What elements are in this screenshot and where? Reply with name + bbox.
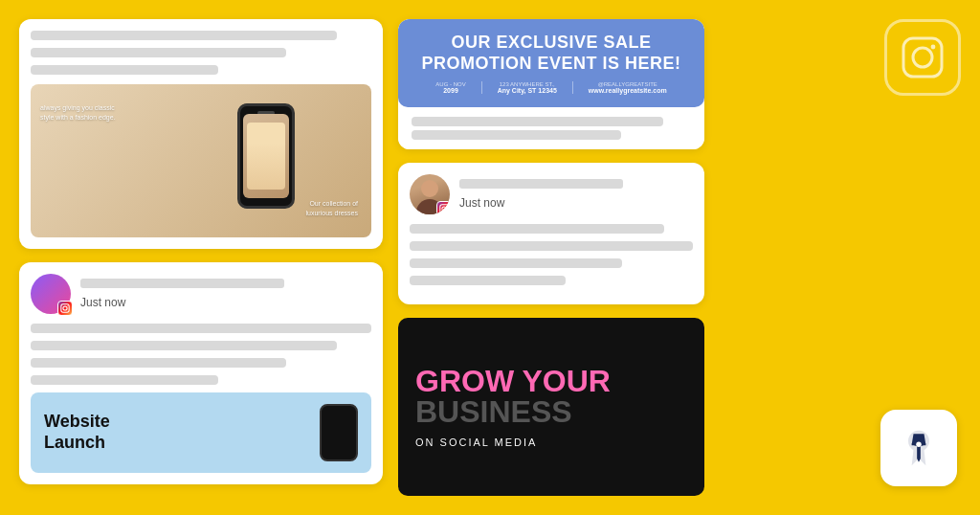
post-time-left: Just now	[80, 296, 125, 309]
sale-details: AUG - NOV 2099 123 Anywhere St., Any Cit…	[413, 81, 689, 94]
grow-card: GROW YOUR BUSINESS ON SOCIAL MEDIA	[398, 318, 704, 496]
avatar-left	[31, 274, 71, 314]
main-container: always giving you classic style with a f…	[0, 0, 980, 515]
social-post-card-left: Just now Website Launch	[19, 262, 383, 484]
person-head	[421, 180, 438, 197]
phone-person-image	[247, 123, 285, 190]
website-launch-card: Website Launch	[31, 392, 371, 473]
phone-mockup	[237, 103, 295, 209]
instagram-badge-left	[57, 301, 73, 316]
social-meta-right: Just now	[459, 179, 693, 211]
svg-point-2	[67, 305, 68, 306]
footer-bar	[412, 117, 663, 126]
svg-point-8	[931, 45, 936, 50]
sale-banner-card: Our Exclusive Sale Promotion Event Is He…	[398, 19, 704, 149]
instagram-badge-right	[436, 201, 450, 214]
sale-title: Our Exclusive Sale Promotion Event Is He…	[413, 33, 689, 74]
phone-text-right: Our collection of luxurious dresses	[281, 199, 358, 218]
post-line	[410, 276, 566, 285]
post-line	[410, 241, 693, 251]
grow-subtitle: ON SOCIAL MEDIA	[415, 437, 687, 448]
svg-rect-6	[903, 38, 942, 77]
fashion-card: always giving you classic style with a f…	[19, 19, 383, 249]
svg-point-4	[442, 207, 446, 211]
left-column: always giving you classic style with a f…	[19, 19, 383, 496]
svg-rect-0	[61, 304, 69, 312]
website-launch-title: Website Launch	[44, 412, 110, 453]
social-meta-left: Just now	[80, 279, 371, 310]
sale-detail-address: 123 Anywhere St., Any City, ST 12345	[498, 81, 573, 94]
grow-title: GROW YOUR BUSINESS	[415, 366, 687, 427]
svg-point-7	[913, 48, 932, 67]
top-lines	[31, 31, 371, 75]
instagram-icon-float	[884, 19, 961, 96]
svg-rect-3	[440, 205, 448, 213]
sale-detail-date: AUG - NOV 2099	[435, 81, 481, 94]
post-line	[410, 258, 622, 268]
sale-card-footer	[398, 107, 704, 149]
svg-point-1	[63, 306, 67, 310]
post-line	[410, 224, 664, 234]
svg-point-5	[446, 206, 447, 207]
post-time-right: Just now	[459, 196, 504, 210]
name-bar-right	[459, 179, 623, 189]
sale-banner: Our Exclusive Sale Promotion Event Is He…	[398, 19, 704, 107]
sale-detail-social: @ReallyGreatSite www.reallygreatsite.com	[589, 81, 667, 94]
post-line	[31, 375, 218, 385]
pinterest-icon-float	[880, 410, 957, 486]
right-column: Our Exclusive Sale Promotion Event Is He…	[398, 19, 961, 496]
phone-image-area: always giving you classic style with a f…	[31, 84, 371, 237]
text-bar	[31, 48, 286, 57]
avatar-right	[410, 174, 450, 214]
svg-point-9	[916, 442, 922, 448]
right-cards: Our Exclusive Sale Promotion Event Is He…	[398, 19, 704, 496]
social-header-left: Just now	[31, 274, 371, 314]
name-bar	[80, 279, 284, 288]
phone-silhouette	[320, 404, 358, 461]
footer-bar	[412, 130, 621, 140]
post-line	[31, 358, 286, 368]
phone-text-left: always giving you classic style with a f…	[40, 103, 117, 123]
social-header-right: Just now	[410, 174, 693, 214]
post-line	[31, 324, 371, 333]
phone-screen	[243, 114, 289, 198]
text-bar	[31, 65, 218, 75]
text-bar	[31, 31, 337, 40]
post-line	[31, 341, 337, 350]
social-post-card-right: Just now	[398, 163, 704, 304]
